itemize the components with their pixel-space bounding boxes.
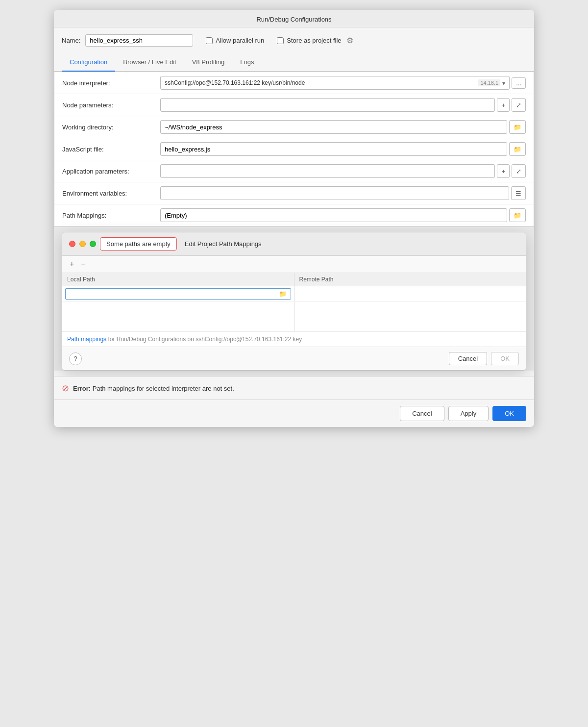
- path-mappings-control: 📁: [160, 208, 526, 222]
- node-parameters-control: + ⤢: [160, 98, 526, 112]
- node-interpreter-row: Node interpreter: sshConfig://opc@152.70…: [54, 72, 534, 94]
- allow-parallel-label: Allow parallel run: [216, 37, 264, 44]
- path-mappings-link[interactable]: Path mappings: [67, 336, 106, 343]
- modal-ok-button[interactable]: OK: [491, 352, 519, 365]
- folder-icon: 📁: [514, 212, 521, 219]
- ok-button[interactable]: OK: [492, 406, 526, 421]
- main-dialog: Run/Debug Configurations Name: Allow par…: [54, 10, 534, 427]
- working-directory-label: Working directory:: [62, 124, 160, 131]
- app-parameters-control: + ⤢: [160, 164, 526, 178]
- app-parameters-label: Application parameters:: [62, 168, 160, 175]
- modal-container: Some paths are empty Edit Project Path M…: [54, 227, 534, 371]
- env-edit-icon: ☰: [515, 190, 521, 197]
- app-parameters-expand-button[interactable]: ⤢: [512, 164, 526, 178]
- local-path-cell: 📁: [62, 286, 294, 302]
- path-mappings-browse-button[interactable]: 📁: [509, 208, 526, 222]
- working-directory-browse-button[interactable]: 📁: [509, 120, 526, 134]
- tab-logs[interactable]: Logs: [232, 53, 262, 72]
- help-button[interactable]: ?: [69, 352, 82, 365]
- traffic-light-yellow[interactable]: [79, 241, 86, 247]
- action-bar: Cancel Apply OK: [54, 400, 534, 427]
- store-as-project-checkbox[interactable]: [277, 37, 284, 44]
- tab-browser-live-edit[interactable]: Browser / Live Edit: [115, 53, 184, 72]
- working-directory-row: Working directory: 📁: [54, 116, 534, 138]
- chevron-down-icon: [502, 79, 505, 87]
- node-parameters-input[interactable]: [160, 98, 495, 112]
- local-path-browse-button[interactable]: 📁: [277, 290, 289, 298]
- warning-text: Some paths are empty: [106, 240, 171, 248]
- allow-parallel-checkbox[interactable]: [206, 37, 213, 44]
- empty-row: [62, 302, 526, 331]
- remote-path-cell: [294, 286, 526, 302]
- info-link-suffix: for Run/Debug Configurations on sshConfi…: [108, 336, 302, 343]
- name-row: Name: Allow parallel run Store as projec…: [54, 27, 534, 53]
- error-icon: ⊘: [62, 383, 69, 394]
- remote-path-header: Remote Path: [294, 273, 526, 286]
- working-directory-input[interactable]: [160, 120, 507, 134]
- node-parameters-add-button[interactable]: +: [497, 98, 510, 112]
- local-path-header: Local Path: [62, 273, 294, 286]
- apply-button[interactable]: Apply: [448, 406, 489, 421]
- path-mappings-row: Path Mappings: 📁: [54, 204, 534, 226]
- folder-icon: 📁: [514, 124, 521, 131]
- javascript-file-label: JavaScript file:: [62, 146, 160, 153]
- node-interpreter-label: Node interpreter:: [62, 79, 160, 87]
- javascript-file-browse-button[interactable]: 📁: [509, 142, 526, 156]
- modal-footer: ? Cancel OK: [62, 347, 526, 370]
- error-bold: Error:: [73, 385, 91, 392]
- traffic-light-green[interactable]: [90, 241, 96, 247]
- javascript-file-input[interactable]: [160, 142, 507, 156]
- dialog-title: Run/Debug Configurations: [54, 10, 534, 27]
- error-text: Error: Path mappings for selected interp…: [73, 385, 234, 392]
- local-path-input-wrap: 📁: [65, 288, 291, 300]
- folder-icon: 📁: [514, 146, 521, 153]
- node-interpreter-value: sshConfig://opc@152.70.163.161:22 key/us…: [165, 79, 305, 86]
- path-mappings-label: Path Mappings:: [62, 212, 160, 219]
- node-parameters-label: Node parameters:: [62, 101, 160, 109]
- app-parameters-input[interactable]: [160, 164, 495, 178]
- name-input[interactable]: [85, 34, 193, 47]
- app-parameters-add-button[interactable]: +: [497, 164, 510, 178]
- error-bar: ⊘ Error: Path mappings for selected inte…: [54, 376, 534, 400]
- node-parameters-row: Node parameters: + ⤢: [54, 94, 534, 116]
- name-label: Name:: [62, 37, 80, 44]
- node-interpreter-control: sshConfig://opc@152.70.163.161:22 key/us…: [160, 76, 526, 90]
- cancel-button[interactable]: Cancel: [400, 406, 444, 421]
- node-parameters-expand-button[interactable]: ⤢: [512, 98, 526, 112]
- env-variables-label: Environment variables:: [62, 190, 160, 197]
- gear-icon: ⚙: [346, 36, 353, 45]
- env-variables-control: ☰: [160, 186, 526, 200]
- warning-tooltip: Some paths are empty: [100, 237, 177, 251]
- interpreter-browse-button[interactable]: ...: [512, 77, 526, 89]
- remove-mapping-button[interactable]: −: [78, 259, 88, 270]
- modal-titlebar: Some paths are empty Edit Project Path M…: [62, 232, 526, 256]
- tab-v8-profiling[interactable]: V8 Profiling: [184, 53, 232, 72]
- javascript-file-control: 📁: [160, 142, 526, 156]
- env-variables-input[interactable]: [160, 186, 509, 200]
- traffic-light-red[interactable]: [69, 241, 75, 247]
- env-variables-row: Environment variables: ☰: [54, 182, 534, 204]
- modal-cancel-button[interactable]: Cancel: [449, 352, 487, 365]
- tab-configuration[interactable]: Configuration: [62, 53, 115, 72]
- mapping-table: Local Path Remote Path 📁: [62, 273, 526, 331]
- table-row: 📁: [62, 286, 526, 302]
- local-path-input[interactable]: [68, 290, 277, 298]
- node-version-badge: 14.18.1: [478, 79, 500, 86]
- allow-parallel-group: Allow parallel run: [206, 37, 264, 44]
- path-mappings-input[interactable]: [160, 208, 507, 222]
- error-message: Path mappings for selected interpreter a…: [93, 385, 234, 392]
- path-mappings-modal: Some paths are empty Edit Project Path M…: [62, 232, 526, 371]
- node-interpreter-select[interactable]: sshConfig://opc@152.70.163.161:22 key/us…: [160, 76, 510, 90]
- add-mapping-button[interactable]: +: [67, 259, 76, 270]
- folder-icon: 📁: [279, 290, 287, 298]
- modal-actions: Cancel OK: [449, 352, 519, 365]
- javascript-file-row: JavaScript file: 📁: [54, 138, 534, 160]
- modal-title: Edit Project Path Mappings: [185, 240, 262, 248]
- app-parameters-row: Application parameters: + ⤢: [54, 160, 534, 182]
- info-link-row: Path mappings for Run/Debug Configuratio…: [62, 331, 526, 347]
- env-variables-edit-button[interactable]: ☰: [511, 186, 526, 200]
- working-directory-control: 📁: [160, 120, 526, 134]
- store-as-project-label: Store as project file: [287, 37, 341, 44]
- config-section: Node interpreter: sshConfig://opc@152.70…: [54, 72, 534, 227]
- modal-toolbar: + −: [62, 256, 526, 273]
